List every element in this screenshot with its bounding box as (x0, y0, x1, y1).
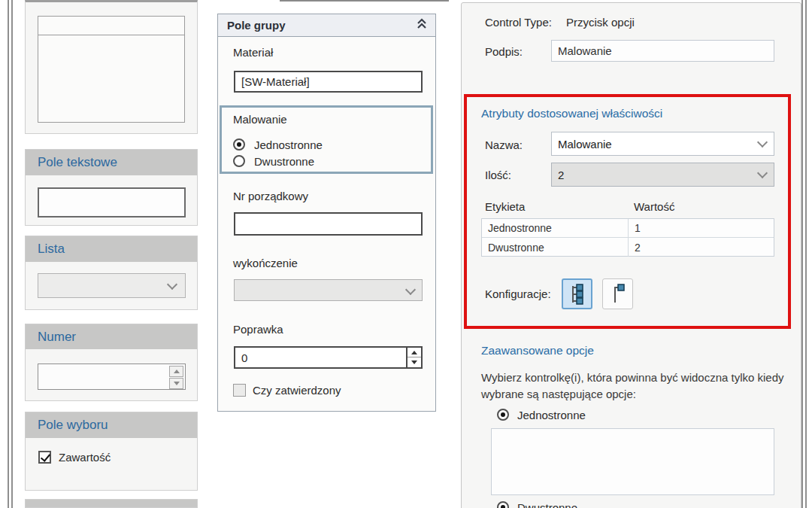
window-frame-right-inner (801, 0, 803, 508)
revision-spinner[interactable]: 0 (234, 346, 423, 369)
number-preview (38, 364, 186, 390)
table-cell-value[interactable]: 1 (629, 219, 774, 237)
name-combo-value: Malowanie (558, 138, 612, 151)
finish-label: wykończenie (233, 257, 298, 269)
groupbox-preview-title-area (38, 17, 184, 35)
groupbox-preview (38, 16, 185, 123)
all-configurations-button[interactable] (562, 278, 592, 309)
palette-item-textbox[interactable]: Pole tekstowe (25, 149, 198, 226)
palette-item-groupbox[interactable] (25, 0, 198, 134)
palette-item-partial[interactable] (25, 499, 198, 508)
advanced-radio-dwustronne-selected[interactable] (497, 501, 509, 508)
current-configuration-icon (609, 284, 627, 305)
configurations-label: Konfiguracje: (485, 287, 551, 300)
current-configuration-button[interactable] (602, 278, 633, 309)
checkbox-preview-label: Zawartość (59, 451, 111, 464)
spinner-icon[interactable] (406, 348, 421, 367)
palette-item-number-label: Numer (26, 324, 197, 349)
radio-group-label: Malowanie (233, 113, 287, 126)
palette-item-list[interactable]: Lista (25, 236, 198, 310)
quantity-combo[interactable]: 2 (551, 163, 774, 187)
material-input[interactable]: [SW-Materiał] (234, 71, 423, 93)
chevron-down-icon (167, 279, 177, 290)
palette-item-list-label: Lista (26, 236, 197, 262)
approved-checkbox-label[interactable]: Czy zatwierdzony (253, 384, 341, 397)
control-type-value: Przycisk opcji (566, 16, 635, 29)
advanced-radio-dwustronne-label[interactable]: Dwustronne (517, 501, 577, 508)
palette-item-textbox-label: Pole tekstowe (26, 150, 197, 175)
groupbox-header[interactable]: Pole grupy (218, 14, 435, 37)
table-cell-label[interactable]: Dwustronne (482, 238, 629, 257)
canvas-top-edge (280, 0, 449, 2)
chevron-down-icon[interactable] (757, 168, 768, 178)
checkbox-checked-icon (38, 451, 51, 464)
name-label: Nazwa: (485, 138, 523, 151)
caption-input[interactable]: Malowanie (551, 40, 774, 62)
groupbox-title: Pole grupy (227, 19, 286, 32)
all-configurations-icon (568, 284, 586, 305)
list-preview (38, 273, 186, 298)
textbox-preview (38, 187, 186, 217)
advanced-radio-jednostronne-label[interactable]: Jednostronne (517, 409, 586, 421)
palette-item-number[interactable]: Numer (25, 324, 198, 401)
visible-controls-listbox[interactable] (491, 428, 774, 495)
palette-item-checkbox[interactable]: Pole wyboru Zawartość (25, 412, 198, 491)
revision-label: Poprawka (233, 323, 283, 336)
advanced-options-heading: Zaawansowane opcje (481, 344, 594, 357)
custom-attributes-heading: Atrybuty dostosowanej właściwości (481, 107, 662, 120)
name-combo[interactable]: Malowanie (551, 132, 774, 156)
window-frame-left-inner (11, 0, 13, 508)
advanced-radio-jednostronne-selected[interactable] (497, 409, 509, 421)
radio-jednostronne-selected[interactable] (233, 138, 245, 151)
chevron-down-icon[interactable] (757, 137, 768, 148)
table-row[interactable]: Dwustronne 2 (482, 238, 774, 257)
window-frame-right-outer (805, 0, 807, 508)
revision-value: 0 (235, 351, 247, 364)
chevron-double-up-icon[interactable] (416, 18, 428, 32)
finish-combo-disabled[interactable] (234, 279, 423, 301)
palette-item-checkbox-label: Pole wyboru (26, 412, 197, 438)
advanced-options-description: Wybierz kontrolkę(i), która powinna być … (481, 370, 785, 403)
caption-label: Podpis: (485, 45, 523, 58)
quantity-combo-value: 2 (558, 169, 564, 181)
order-number-input[interactable] (234, 212, 423, 236)
quantity-label: Ilość: (485, 169, 511, 181)
value-column-header: Wartość (634, 200, 674, 213)
material-label: Materiał (233, 46, 273, 59)
table-cell-label[interactable]: Jednostronne (482, 219, 629, 237)
order-number-label: Nr porządkowy (233, 190, 308, 202)
approved-checkbox-unchecked[interactable] (233, 384, 246, 397)
table-row[interactable]: Jednostronne 1 (482, 219, 774, 238)
control-type-label: Control Type: (485, 16, 552, 29)
window-frame-left-outer (8, 0, 9, 508)
radio-dwustronne-label[interactable]: Dwustronne (254, 155, 314, 168)
table-cell-value[interactable]: 2 (629, 238, 774, 257)
radio-jednostronne-label[interactable]: Jednostronne (254, 138, 323, 151)
label-value-table[interactable]: Jednostronne 1 Dwustronne 2 (481, 218, 774, 257)
spinner-icon (169, 366, 183, 388)
radio-dwustronne[interactable] (233, 155, 245, 167)
label-column-header: Etykieta (485, 200, 525, 213)
